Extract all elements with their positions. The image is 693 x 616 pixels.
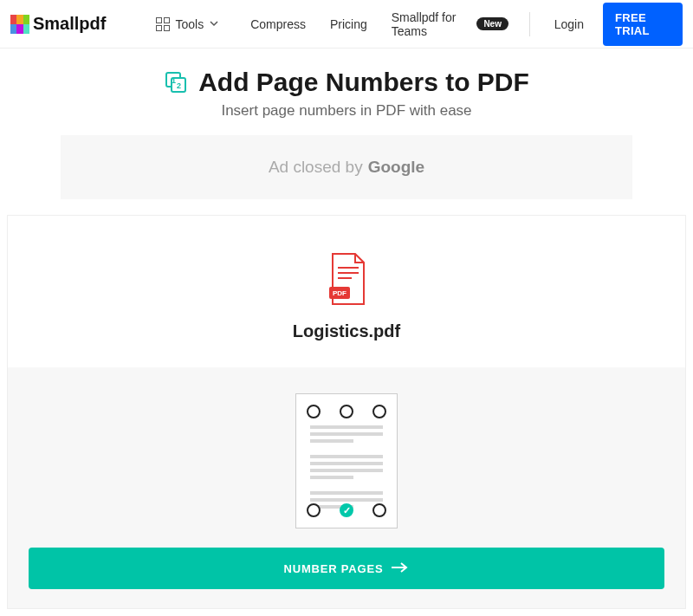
ad-banner: Ad closed by Google xyxy=(61,135,632,199)
nav-login[interactable]: Login xyxy=(551,17,587,31)
nav-teams[interactable]: Smallpdf for Teams New xyxy=(392,10,508,38)
hero: 1 2 Add Page Numbers to PDF Insert page … xyxy=(0,49,693,120)
main-nav: Tools Compress xyxy=(140,17,321,31)
position-picker xyxy=(295,393,398,528)
nav-login-label: Login xyxy=(554,17,584,31)
logo-icon xyxy=(10,15,29,34)
position-top-right[interactable] xyxy=(372,405,386,418)
nav-pricing-label: Pricing xyxy=(330,17,367,31)
badge-new: New xyxy=(476,17,508,30)
page-preview xyxy=(310,425,383,509)
apps-icon xyxy=(156,17,170,31)
chevron-down-icon xyxy=(209,17,219,31)
svg-text:2: 2 xyxy=(177,81,181,90)
position-bottom-right[interactable] xyxy=(372,503,386,517)
header: Smallpdf Tools Compress Pricing Smallpdf… xyxy=(0,0,693,49)
position-section: NUMBER PAGES xyxy=(8,367,685,608)
nav-pricing[interactable]: Pricing xyxy=(321,17,376,31)
divider xyxy=(529,12,530,36)
tool-panel: PDF Logistics.pdf xyxy=(7,215,686,609)
svg-text:1: 1 xyxy=(172,76,176,85)
pdf-file-icon: PDF xyxy=(8,252,685,311)
number-pages-button[interactable]: NUMBER PAGES xyxy=(29,548,664,589)
file-section: PDF Logistics.pdf xyxy=(8,216,685,367)
free-trial-label: FREE TRIAL xyxy=(615,11,650,37)
file-name: Logistics.pdf xyxy=(8,321,685,341)
nav-compress[interactable]: Compress xyxy=(235,17,321,31)
page-title: Add Page Numbers to PDF xyxy=(198,68,529,97)
add-page-numbers-icon: 1 2 xyxy=(164,70,188,94)
ad-provider: Google xyxy=(368,158,424,177)
nav-compress-label: Compress xyxy=(250,17,306,31)
brand-name: Smallpdf xyxy=(33,14,106,34)
number-pages-label: NUMBER PAGES xyxy=(284,562,384,575)
nav-right: Pricing Smallpdf for Teams New Login FRE… xyxy=(321,3,683,46)
position-bottom-center[interactable] xyxy=(340,503,353,517)
nav-tools-label: Tools xyxy=(175,17,204,31)
ad-text: Ad closed by xyxy=(269,158,363,177)
arrow-right-icon xyxy=(392,561,409,576)
brand-logo[interactable]: Smallpdf xyxy=(10,14,106,34)
nav-teams-label: Smallpdf for Teams xyxy=(392,10,467,38)
free-trial-button[interactable]: FREE TRIAL xyxy=(603,3,683,46)
nav-tools[interactable]: Tools xyxy=(140,17,235,31)
position-top-center[interactable] xyxy=(340,405,353,418)
position-bottom-left[interactable] xyxy=(307,503,321,517)
svg-text:PDF: PDF xyxy=(333,289,346,297)
page-subtitle: Insert page numbers in PDF with ease xyxy=(0,102,693,120)
position-top-left[interactable] xyxy=(307,405,321,418)
